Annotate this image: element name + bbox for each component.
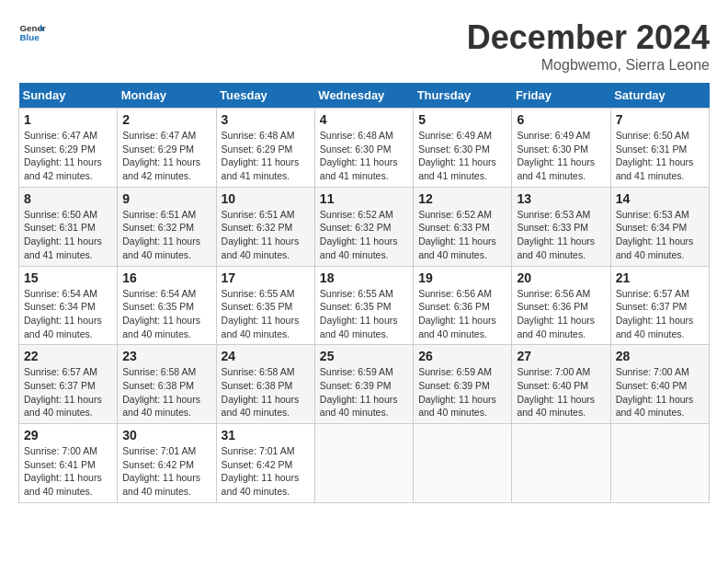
- day-number: 3: [222, 112, 310, 127]
- calendar-day-cell: 30Sunrise: 7:01 AM Sunset: 6:42 PM Dayli…: [118, 424, 216, 503]
- logo: General Blue: [18, 18, 46, 46]
- day-of-week-header: Tuesday: [216, 83, 314, 109]
- calendar-day-cell: 18Sunrise: 6:55 AM Sunset: 6:35 PM Dayli…: [314, 266, 413, 345]
- calendar-week-row: 29Sunrise: 7:00 AM Sunset: 6:41 PM Dayli…: [19, 424, 710, 503]
- day-info: Sunrise: 6:55 AM Sunset: 6:35 PM Dayligh…: [222, 287, 310, 341]
- day-info: Sunrise: 6:53 AM Sunset: 6:33 PM Dayligh…: [517, 208, 605, 262]
- calendar-day-cell: 6Sunrise: 6:49 AM Sunset: 6:30 PM Daylig…: [512, 109, 610, 188]
- day-number: 8: [24, 191, 112, 206]
- calendar-day-cell: 1Sunrise: 6:47 AM Sunset: 6:29 PM Daylig…: [19, 109, 118, 188]
- day-number: 19: [418, 270, 506, 285]
- calendar-body: 1Sunrise: 6:47 AM Sunset: 6:29 PM Daylig…: [19, 109, 710, 503]
- calendar-day-cell: 29Sunrise: 7:00 AM Sunset: 6:41 PM Dayli…: [19, 424, 118, 503]
- calendar-day-cell: 26Sunrise: 6:59 AM Sunset: 6:39 PM Dayli…: [414, 345, 512, 424]
- day-info: Sunrise: 6:50 AM Sunset: 6:31 PM Dayligh…: [616, 129, 704, 183]
- day-number: 16: [122, 270, 210, 285]
- day-info: Sunrise: 6:47 AM Sunset: 6:29 PM Dayligh…: [122, 129, 210, 183]
- calendar-day-cell: 27Sunrise: 7:00 AM Sunset: 6:40 PM Dayli…: [512, 345, 610, 424]
- calendar-day-cell: 9Sunrise: 6:51 AM Sunset: 6:32 PM Daylig…: [118, 187, 216, 266]
- calendar-day-cell: 13Sunrise: 6:53 AM Sunset: 6:33 PM Dayli…: [512, 187, 610, 266]
- calendar-day-cell: 15Sunrise: 6:54 AM Sunset: 6:34 PM Dayli…: [19, 266, 118, 345]
- day-info: Sunrise: 6:49 AM Sunset: 6:30 PM Dayligh…: [517, 129, 605, 183]
- day-number: 24: [222, 349, 310, 363]
- calendar-day-cell: 4Sunrise: 6:48 AM Sunset: 6:30 PM Daylig…: [314, 109, 413, 188]
- calendar-week-row: 1Sunrise: 6:47 AM Sunset: 6:29 PM Daylig…: [19, 109, 710, 188]
- day-number: 13: [517, 191, 605, 206]
- calendar-day-cell: 17Sunrise: 6:55 AM Sunset: 6:35 PM Dayli…: [216, 266, 314, 345]
- calendar-day-cell: 14Sunrise: 6:53 AM Sunset: 6:34 PM Dayli…: [610, 187, 709, 266]
- day-info: Sunrise: 6:48 AM Sunset: 6:30 PM Dayligh…: [320, 129, 408, 183]
- day-info: Sunrise: 6:56 AM Sunset: 6:36 PM Dayligh…: [418, 287, 506, 341]
- calendar-week-row: 15Sunrise: 6:54 AM Sunset: 6:34 PM Dayli…: [19, 266, 710, 345]
- day-number: 31: [222, 428, 310, 442]
- day-of-week-header: Wednesday: [314, 83, 413, 109]
- calendar-day-cell: 21Sunrise: 6:57 AM Sunset: 6:37 PM Dayli…: [610, 266, 709, 345]
- svg-text:Blue: Blue: [20, 32, 40, 42]
- day-info: Sunrise: 6:56 AM Sunset: 6:36 PM Dayligh…: [517, 287, 605, 341]
- day-number: 27: [517, 349, 605, 363]
- day-info: Sunrise: 6:58 AM Sunset: 6:38 PM Dayligh…: [222, 365, 310, 419]
- calendar-day-cell: 23Sunrise: 6:58 AM Sunset: 6:38 PM Dayli…: [118, 345, 216, 424]
- day-number: 20: [517, 270, 605, 285]
- calendar-day-cell: 12Sunrise: 6:52 AM Sunset: 6:33 PM Dayli…: [414, 187, 512, 266]
- day-info: Sunrise: 7:01 AM Sunset: 6:42 PM Dayligh…: [122, 444, 210, 499]
- day-number: 14: [616, 191, 704, 206]
- day-info: Sunrise: 6:53 AM Sunset: 6:34 PM Dayligh…: [616, 208, 704, 262]
- day-info: Sunrise: 6:47 AM Sunset: 6:29 PM Dayligh…: [24, 129, 112, 183]
- day-of-week-header: Thursday: [414, 83, 512, 109]
- calendar-header-row: SundayMondayTuesdayWednesdayThursdayFrid…: [19, 83, 710, 109]
- day-info: Sunrise: 6:51 AM Sunset: 6:32 PM Dayligh…: [122, 208, 210, 262]
- calendar-table: SundayMondayTuesdayWednesdayThursdayFrid…: [18, 83, 710, 503]
- title-block: December 2024 Mogbwemo, Sierra Leone: [467, 18, 710, 74]
- day-info: Sunrise: 6:55 AM Sunset: 6:35 PM Dayligh…: [320, 287, 408, 341]
- day-info: Sunrise: 6:57 AM Sunset: 6:37 PM Dayligh…: [24, 365, 112, 419]
- calendar-day-cell: 31Sunrise: 7:01 AM Sunset: 6:42 PM Dayli…: [216, 424, 314, 503]
- day-number: 23: [122, 349, 210, 363]
- calendar-day-cell: [314, 424, 413, 503]
- calendar-day-cell: 19Sunrise: 6:56 AM Sunset: 6:36 PM Dayli…: [414, 266, 512, 345]
- day-info: Sunrise: 6:54 AM Sunset: 6:35 PM Dayligh…: [122, 287, 210, 341]
- day-number: 15: [24, 270, 112, 285]
- page-header: General Blue December 2024 Mogbwemo, Sie…: [18, 18, 710, 74]
- day-info: Sunrise: 6:54 AM Sunset: 6:34 PM Dayligh…: [24, 287, 112, 341]
- day-info: Sunrise: 6:58 AM Sunset: 6:38 PM Dayligh…: [122, 365, 210, 419]
- calendar-day-cell: 16Sunrise: 6:54 AM Sunset: 6:35 PM Dayli…: [118, 266, 216, 345]
- day-of-week-header: Monday: [118, 83, 216, 109]
- day-number: 5: [418, 112, 506, 127]
- day-info: Sunrise: 6:59 AM Sunset: 6:39 PM Dayligh…: [418, 365, 506, 419]
- day-number: 4: [320, 112, 408, 127]
- day-number: 28: [616, 349, 704, 363]
- calendar-day-cell: 25Sunrise: 6:59 AM Sunset: 6:39 PM Dayli…: [314, 345, 413, 424]
- day-number: 2: [122, 112, 210, 127]
- calendar-day-cell: 3Sunrise: 6:48 AM Sunset: 6:29 PM Daylig…: [216, 109, 314, 188]
- calendar-day-cell: [610, 424, 709, 503]
- day-of-week-header: Friday: [512, 83, 610, 109]
- day-info: Sunrise: 7:01 AM Sunset: 6:42 PM Dayligh…: [222, 444, 310, 499]
- calendar-day-cell: 8Sunrise: 6:50 AM Sunset: 6:31 PM Daylig…: [19, 187, 118, 266]
- day-number: 7: [616, 112, 704, 127]
- day-info: Sunrise: 6:48 AM Sunset: 6:29 PM Dayligh…: [222, 129, 310, 183]
- calendar-day-cell: 24Sunrise: 6:58 AM Sunset: 6:38 PM Dayli…: [216, 345, 314, 424]
- calendar-day-cell: 7Sunrise: 6:50 AM Sunset: 6:31 PM Daylig…: [610, 109, 709, 188]
- day-number: 11: [320, 191, 408, 206]
- day-number: 18: [320, 270, 408, 285]
- day-info: Sunrise: 7:00 AM Sunset: 6:40 PM Dayligh…: [517, 365, 605, 419]
- day-of-week-header: Sunday: [19, 83, 118, 109]
- day-info: Sunrise: 6:51 AM Sunset: 6:32 PM Dayligh…: [222, 208, 310, 262]
- day-number: 26: [418, 349, 506, 363]
- day-number: 21: [616, 270, 704, 285]
- day-number: 12: [418, 191, 506, 206]
- day-info: Sunrise: 6:57 AM Sunset: 6:37 PM Dayligh…: [616, 287, 704, 341]
- month-title: December 2024: [467, 18, 710, 57]
- day-of-week-header: Saturday: [610, 83, 709, 109]
- calendar-day-cell: 10Sunrise: 6:51 AM Sunset: 6:32 PM Dayli…: [216, 187, 314, 266]
- day-number: 1: [24, 112, 112, 127]
- day-number: 9: [122, 191, 210, 206]
- calendar-day-cell: 11Sunrise: 6:52 AM Sunset: 6:32 PM Dayli…: [314, 187, 413, 266]
- day-info: Sunrise: 6:49 AM Sunset: 6:30 PM Dayligh…: [418, 129, 506, 183]
- day-number: 25: [320, 349, 408, 363]
- day-number: 6: [517, 112, 605, 127]
- day-number: 30: [122, 428, 210, 442]
- calendar-day-cell: 20Sunrise: 6:56 AM Sunset: 6:36 PM Dayli…: [512, 266, 610, 345]
- calendar-day-cell: 28Sunrise: 7:00 AM Sunset: 6:40 PM Dayli…: [610, 345, 709, 424]
